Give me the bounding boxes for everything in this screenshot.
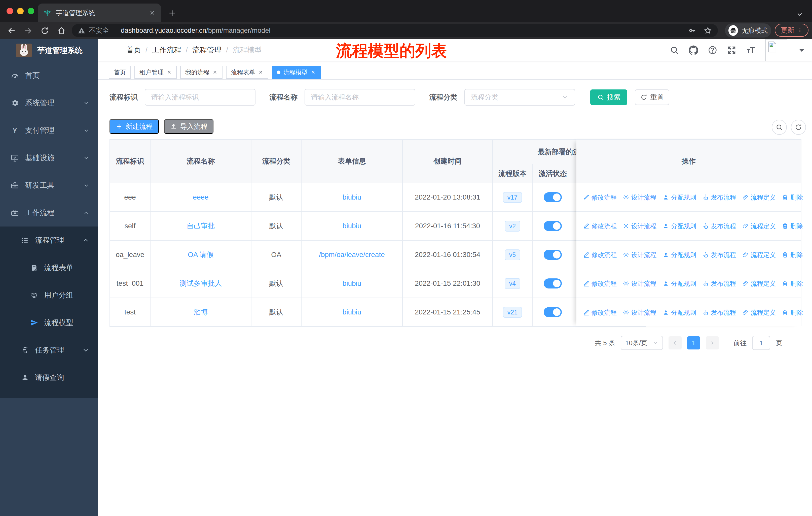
help-icon[interactable] <box>708 45 717 55</box>
github-icon[interactable] <box>689 45 698 55</box>
action-design-link[interactable]: 设计流程 <box>623 279 657 288</box>
search-button[interactable]: 搜索 <box>590 89 627 105</box>
import-process-button[interactable]: 导入流程 <box>164 119 213 134</box>
minimize-window-button[interactable] <box>17 8 24 15</box>
action-assign-link[interactable]: 分配规则 <box>663 193 696 201</box>
create-process-button[interactable]: 新建流程 <box>110 119 159 134</box>
browser-update-button[interactable]: 更新 <box>775 24 809 37</box>
address-bar[interactable]: 不安全 dashboard.yudao.iocoder.cn /bpm/mana… <box>72 24 718 37</box>
action-publish-link[interactable]: 发布流程 <box>702 279 736 288</box>
breadcrumb-item-1[interactable]: 工作流程 <box>152 45 188 55</box>
active-toggle[interactable] <box>544 250 562 260</box>
action-edit-link[interactable]: 修改流程 <box>583 222 617 230</box>
sidebar-item-system[interactable]: 系统管理 <box>0 89 98 117</box>
tag-view-my-process[interactable]: 我的流程 <box>180 66 223 79</box>
active-toggle[interactable] <box>544 192 562 202</box>
sidebar-item-process-form[interactable]: 流程表单 <box>0 254 98 281</box>
back-icon[interactable] <box>7 26 16 35</box>
sidebar-item-leave-query[interactable]: 请假查询 <box>0 364 98 391</box>
sidebar-item-user-group[interactable]: 用户分组 <box>0 281 98 309</box>
action-delete-link[interactable]: 删除 <box>782 279 803 288</box>
sidebar-fold-icon[interactable] <box>109 45 118 55</box>
avatar[interactable] <box>765 39 787 61</box>
tag-view-process-model[interactable]: 流程模型 <box>272 66 321 79</box>
action-design-link[interactable]: 设计流程 <box>623 251 657 259</box>
action-assign-link[interactable]: 分配规则 <box>663 308 696 317</box>
action-definition-link[interactable]: 流程定义 <box>742 308 776 317</box>
caret-down-icon[interactable] <box>797 45 807 55</box>
toggle-search-button[interactable] <box>772 120 787 135</box>
sidebar-item-process-model[interactable]: 流程模型 <box>0 309 98 336</box>
fullscreen-icon[interactable] <box>727 45 736 55</box>
action-delete-link[interactable]: 删除 <box>782 308 803 317</box>
form-info-link[interactable]: /bpm/oa/leave/create <box>319 251 385 259</box>
sidebar-item-process-mgmt[interactable]: 流程管理 <box>0 226 98 254</box>
action-delete-link[interactable]: 删除 <box>782 222 803 230</box>
process-name-input[interactable] <box>304 89 415 106</box>
sidebar-item-devtools[interactable]: 研发工具 <box>0 171 98 199</box>
action-assign-link[interactable]: 分配规则 <box>663 222 696 230</box>
action-definition-link[interactable]: 流程定义 <box>742 279 776 288</box>
process-name-link[interactable]: 自己审批 <box>187 221 215 231</box>
page-size-select[interactable]: 10条/页 <box>621 336 663 350</box>
action-design-link[interactable]: 设计流程 <box>623 193 657 201</box>
active-toggle[interactable] <box>544 278 562 289</box>
form-info-link[interactable]: biubiu <box>343 193 361 201</box>
action-publish-link[interactable]: 发布流程 <box>702 222 736 230</box>
goto-page-input[interactable] <box>752 336 770 350</box>
forward-icon[interactable] <box>24 26 33 35</box>
breadcrumb-item-0[interactable]: 首页 <box>126 45 147 55</box>
action-publish-link[interactable]: 发布流程 <box>702 308 736 317</box>
action-design-link[interactable]: 设计流程 <box>623 222 657 230</box>
key-icon[interactable] <box>688 26 696 34</box>
process-name-link[interactable]: eeee <box>193 193 208 201</box>
active-toggle[interactable] <box>544 307 562 317</box>
sidebar-item-task-mgmt[interactable]: 任务管理 <box>0 336 98 364</box>
reload-icon[interactable] <box>40 26 49 35</box>
sidebar-item-workflow[interactable]: 工作流程 <box>0 199 98 226</box>
refresh-table-button[interactable] <box>791 120 806 135</box>
sidebar-item-infra[interactable]: 基础设施 <box>0 144 98 171</box>
category-select[interactable]: 流程分类 <box>464 89 575 106</box>
action-publish-link[interactable]: 发布流程 <box>702 251 736 259</box>
action-publish-link[interactable]: 发布流程 <box>702 193 736 201</box>
reset-button[interactable]: 重置 <box>635 89 669 105</box>
star-icon[interactable] <box>704 26 712 34</box>
form-info-link[interactable]: biubiu <box>343 279 361 288</box>
action-delete-link[interactable]: 删除 <box>782 251 803 259</box>
next-page-button[interactable] <box>706 336 719 350</box>
new-tab-button[interactable] <box>168 9 176 17</box>
process-key-input[interactable] <box>145 89 256 106</box>
breadcrumb-item-3[interactable]: 流程模型 <box>233 45 262 55</box>
tag-view-process-form[interactable]: 流程表单 <box>226 66 268 79</box>
chevron-down-icon[interactable] <box>796 10 804 18</box>
action-design-link[interactable]: 设计流程 <box>623 308 657 317</box>
action-edit-link[interactable]: 修改流程 <box>583 193 617 201</box>
process-name-link[interactable]: OA 请假 <box>188 250 214 260</box>
action-assign-link[interactable]: 分配规则 <box>663 251 696 259</box>
security-label[interactable]: 不安全 <box>89 26 109 35</box>
menu-dots-icon[interactable] <box>798 27 803 34</box>
action-edit-link[interactable]: 修改流程 <box>583 308 617 317</box>
action-delete-link[interactable]: 删除 <box>782 193 803 201</box>
close-tab-icon[interactable] <box>149 9 155 16</box>
form-info-link[interactable]: biubiu <box>343 222 361 230</box>
app-logo[interactable]: 芋道管理系统 <box>0 39 98 62</box>
process-name-link[interactable]: 测试多审批人 <box>180 279 222 288</box>
active-toggle[interactable] <box>544 221 562 231</box>
action-edit-link[interactable]: 修改流程 <box>583 279 617 288</box>
action-edit-link[interactable]: 修改流程 <box>583 251 617 259</box>
action-definition-link[interactable]: 流程定义 <box>742 222 776 230</box>
action-definition-link[interactable]: 流程定义 <box>742 251 776 259</box>
tag-view-home[interactable]: 首页 <box>109 66 131 79</box>
sidebar-item-payment[interactable]: ¥支付管理 <box>0 117 98 144</box>
tag-view-tenant[interactable]: 租户管理 <box>135 66 177 79</box>
form-info-link[interactable]: biubiu <box>343 308 361 316</box>
home-icon[interactable] <box>57 26 66 35</box>
breadcrumb-item-2[interactable]: 流程管理 <box>192 45 228 55</box>
action-assign-link[interactable]: 分配规则 <box>663 279 696 288</box>
zoom-window-button[interactable] <box>28 8 34 15</box>
browser-tab[interactable]: 芋道管理系统 <box>38 3 161 22</box>
search-icon[interactable] <box>670 45 679 55</box>
action-definition-link[interactable]: 流程定义 <box>742 193 776 201</box>
